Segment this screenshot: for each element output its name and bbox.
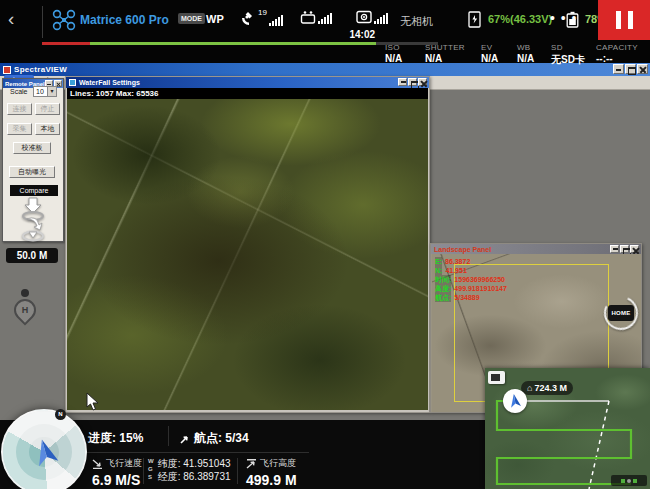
auto-exposure-button[interactable]: 自动曝光 bbox=[9, 166, 55, 178]
camera-transmission-icon bbox=[356, 10, 372, 24]
longitude: 经度: 86.389731 bbox=[158, 470, 231, 483]
minimap[interactable]: ⌂ 724.3 M bbox=[485, 368, 650, 489]
param-value: N/A bbox=[425, 53, 465, 64]
home-pin-dot bbox=[21, 289, 29, 297]
battery-doc-icon[interactable] bbox=[468, 11, 482, 28]
home-button[interactable]: HOME bbox=[604, 296, 638, 330]
landscape-title: Landscape Panel bbox=[434, 246, 491, 253]
status-strip: 14:02 ISO N/A SHUTTER N/A EV N/A WB N/A … bbox=[0, 40, 650, 63]
remote-panel-window: Remote Panel Scale 10 ▾ 连接 停止 采集 本地 校准板 … bbox=[2, 78, 64, 242]
stop-button[interactable]: 停止 bbox=[35, 103, 60, 115]
camera-param-capacity: CAPACITY --:-- bbox=[596, 43, 638, 64]
satellite-icon bbox=[240, 10, 256, 26]
connect-button[interactable]: 连接 bbox=[7, 103, 32, 115]
telemetry-label: 高度: bbox=[435, 284, 451, 293]
camera-param-ev: EV N/A bbox=[481, 43, 498, 64]
telemetry-value: 41.951 bbox=[445, 266, 466, 275]
divider bbox=[143, 458, 144, 484]
hd-signal-bars bbox=[374, 13, 388, 24]
capture-button[interactable]: 采集 bbox=[7, 123, 32, 135]
camera-param-wb: WB N/A bbox=[517, 43, 534, 64]
wgs-label: W G S bbox=[148, 457, 154, 483]
altitude-value: 499.9 M bbox=[246, 472, 297, 488]
flight-mode[interactable]: WP bbox=[206, 13, 224, 25]
divider bbox=[237, 458, 238, 484]
telemetry-value: 86.3872 bbox=[445, 257, 470, 266]
minimize-icon[interactable] bbox=[398, 78, 407, 86]
telemetry-label: E: bbox=[435, 257, 442, 266]
camera-param-iso: ISO N/A bbox=[385, 43, 402, 64]
param-label: SHUTTER bbox=[425, 43, 465, 52]
altitude-title: 飞行高度 bbox=[260, 457, 296, 470]
latitude: 纬度: 41.951043 bbox=[158, 457, 231, 470]
rc-status[interactable] bbox=[300, 10, 332, 24]
spectraview-app-icon bbox=[3, 66, 11, 74]
minimize-icon[interactable] bbox=[613, 64, 624, 74]
waypoint-label: 航点: 5/34 bbox=[194, 430, 249, 447]
param-label: SD bbox=[551, 43, 585, 52]
waterfall-image[interactable] bbox=[67, 99, 428, 410]
param-value: N/A bbox=[385, 53, 402, 64]
divider bbox=[168, 426, 169, 446]
landscape-telemetry: E:86.3872 N:41.951 时间:1596369966250 高度:4… bbox=[435, 257, 507, 302]
compass[interactable]: N bbox=[1, 409, 87, 489]
back-button[interactable]: ‹ bbox=[8, 7, 14, 31]
landscape-titlebar[interactable]: Landscape Panel bbox=[431, 244, 641, 254]
mission-progress: 进度: 15% bbox=[88, 430, 143, 447]
camera-param-shutter: SHUTTER N/A bbox=[425, 43, 465, 64]
maximize-icon[interactable] bbox=[625, 64, 636, 74]
telemetry-label: 时间: bbox=[435, 275, 451, 284]
altitude-badge: 50.0 M bbox=[6, 248, 58, 263]
progress-segment-green bbox=[90, 42, 376, 45]
divider bbox=[42, 6, 43, 38]
local-button[interactable]: 本地 bbox=[35, 123, 60, 135]
telemetry-value: 1596369966250 bbox=[454, 275, 505, 284]
gps-signal-bars bbox=[269, 15, 283, 26]
gps-count: 19 bbox=[258, 8, 267, 17]
hd-status[interactable] bbox=[356, 10, 388, 24]
camera-param-sd: SD 无SD卡 bbox=[551, 43, 585, 67]
flight-altitude-group: 飞行高度 499.9 M bbox=[246, 457, 297, 488]
mission-time: 14:02 bbox=[300, 29, 375, 40]
home-button-label: HOME bbox=[608, 305, 634, 321]
close-icon[interactable] bbox=[630, 245, 639, 253]
pause-mission-button[interactable] bbox=[598, 0, 650, 40]
maximize-icon[interactable] bbox=[408, 78, 417, 86]
drone-icon bbox=[52, 9, 76, 35]
param-label: EV bbox=[481, 43, 498, 52]
battery-main-percent[interactable]: 67%(46.33V) bbox=[488, 13, 552, 25]
mode-badge: MODE bbox=[178, 13, 205, 24]
return-home-icon[interactable] bbox=[19, 215, 47, 247]
waterfall-info: Lines: 1057 Max: 65536 bbox=[67, 88, 428, 99]
param-label: ISO bbox=[385, 43, 402, 52]
gps-status[interactable]: 19 bbox=[240, 10, 283, 26]
compass-north-marker: N bbox=[55, 409, 66, 420]
altitude-icon bbox=[246, 459, 257, 469]
mouse-cursor bbox=[86, 392, 99, 415]
waypoint-status: 航点: 5/34 bbox=[180, 430, 249, 447]
close-icon[interactable] bbox=[637, 64, 648, 74]
camera-status: 无相机 bbox=[400, 14, 433, 29]
scale-select[interactable]: 10 ▾ bbox=[33, 86, 57, 97]
spectraview-title: SpectraVIEW bbox=[14, 65, 67, 74]
telemetry-value: 5/34889 bbox=[454, 293, 479, 302]
param-label: CAPACITY bbox=[596, 43, 638, 52]
param-value: --:-- bbox=[596, 53, 638, 64]
minimize-icon[interactable] bbox=[610, 245, 619, 253]
waterfall-titlebar[interactable]: WaterFall Settings bbox=[66, 77, 429, 88]
close-icon[interactable] bbox=[418, 78, 427, 86]
map-view-toggle-icon[interactable] bbox=[488, 371, 505, 384]
rc-signal-bars bbox=[318, 13, 332, 24]
drone-name[interactable]: Matrice 600 Pro bbox=[80, 13, 169, 27]
wgs-coordinates: W G S 纬度: 41.951043 经度: 86.389731 bbox=[148, 457, 231, 483]
speed-value: 6.9 M/S bbox=[92, 472, 142, 488]
maximize-icon[interactable] bbox=[620, 245, 629, 253]
speed-title: 飞行速度 bbox=[106, 457, 142, 470]
more-menu-button[interactable]: • • • bbox=[550, 10, 577, 26]
divider bbox=[84, 452, 309, 453]
scale-value: 10 bbox=[34, 88, 47, 95]
scale-label: Scale bbox=[10, 88, 28, 95]
param-value: N/A bbox=[481, 53, 498, 64]
remote-controller-icon bbox=[300, 10, 316, 24]
calibration-board-button[interactable]: 校准板 bbox=[13, 142, 51, 154]
